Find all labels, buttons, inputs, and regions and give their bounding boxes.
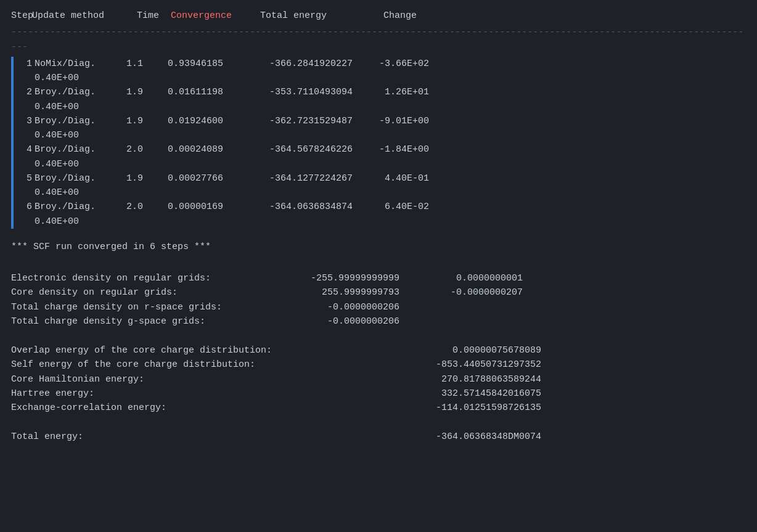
cell-step: 5 <box>17 171 35 186</box>
cell-step: 3 <box>17 114 35 128</box>
energy-section: Overlap energy of the core charge distri… <box>11 343 746 415</box>
row-bar <box>11 142 14 171</box>
table-row: 5 Broy./Diag. 0.40E+00 1.9 0.00027766 -3… <box>11 171 746 200</box>
cell-step: 1 <box>17 57 35 71</box>
header-time: Time <box>137 9 171 23</box>
energy-value: 332.57145842016075 <box>356 387 541 401</box>
cell-energy: -362.7231529487 <box>232 114 361 128</box>
cell-method: Broy./Diag. 0.40E+00 <box>35 200 115 229</box>
cell-method: Broy./Diag. 0.40E+00 <box>35 85 115 114</box>
density-value1: 255.9999999793 <box>276 285 412 300</box>
cell-time: 2.0 <box>115 200 152 214</box>
cell-method: Broy./Diag. 0.40E+00 <box>35 114 115 143</box>
cell-method: Broy./Diag. 0.40E+00 <box>35 171 115 200</box>
header-step: Step <box>11 9 32 23</box>
cell-change: -3.66E+02 <box>361 57 429 71</box>
energy-value: -114.01251598726135 <box>356 401 541 415</box>
cell-convergence: 0.01924600 <box>152 114 232 128</box>
density-value2 <box>412 300 523 314</box>
cell-change: 4.40E-01 <box>361 171 429 186</box>
total-energy-row: Total energy: -364.06368348DM0074 <box>11 430 746 444</box>
energy-value: 0.00000075678089 <box>356 343 541 358</box>
table-row: 6 Broy./Diag. 0.40E+00 2.0 0.00000169 -3… <box>11 200 746 229</box>
density-row: Total charge density on r-space grids: -… <box>11 300 746 314</box>
density-value1: -255.99999999999 <box>276 271 412 285</box>
row-bar <box>11 114 14 143</box>
cell-change: -1.84E+00 <box>361 142 429 157</box>
row-bar <box>11 171 14 200</box>
cell-convergence: 0.93946185 <box>152 57 232 71</box>
scf-table: 1 NoMix/Diag. 0.40E+00 1.1 0.93946185 -3… <box>11 57 746 229</box>
density-row: Electronic density on regular grids: -25… <box>11 271 746 285</box>
cell-convergence: 0.00000169 <box>152 200 232 214</box>
energy-value: 270.81788063589244 <box>356 372 541 387</box>
total-energy-label: Total energy: <box>11 430 356 444</box>
header-total-energy: Total energy <box>260 9 383 23</box>
energy-label: Core Hamiltonian energy: <box>11 372 356 387</box>
cell-time: 1.9 <box>115 171 152 186</box>
cell-step: 4 <box>17 142 35 157</box>
density-label: Electronic density on regular grids: <box>11 271 276 285</box>
header-change: Change <box>383 9 433 23</box>
density-label: Total charge density g-space grids: <box>11 314 276 329</box>
density-section: Electronic density on regular grids: -25… <box>11 271 746 329</box>
cell-energy: -364.0636834874 <box>232 200 361 214</box>
header-method: Update method <box>32 9 137 23</box>
energy-value: -853.44050731297352 <box>356 358 541 372</box>
table-row: 4 Broy./Diag. 0.40E+00 2.0 0.00024089 -3… <box>11 142 746 171</box>
table-row: 3 Broy./Diag. 0.40E+00 1.9 0.01924600 -3… <box>11 114 746 143</box>
cell-time: 2.0 <box>115 142 152 157</box>
energy-row: Overlap energy of the core charge distri… <box>11 343 746 358</box>
energy-label: Overlap energy of the core charge distri… <box>11 343 356 358</box>
table-row: 2 Broy./Diag. 0.40E+00 1.9 0.01611198 -3… <box>11 85 746 114</box>
cell-convergence: 0.00024089 <box>152 142 232 157</box>
cell-energy: -364.1277224267 <box>232 171 361 186</box>
density-label: Core density on regular grids: <box>11 285 276 300</box>
header-convergence: Convergence <box>171 9 260 23</box>
cell-energy: -366.2841920227 <box>232 57 361 71</box>
density-value1: -0.0000000206 <box>276 300 412 314</box>
row-bar <box>11 85 14 114</box>
cell-time: 1.9 <box>115 85 152 99</box>
energy-label: Self energy of the core charge distribut… <box>11 358 356 372</box>
density-row: Total charge density g-space grids: -0.0… <box>11 314 746 329</box>
cell-method: NoMix/Diag. 0.40E+00 <box>35 57 115 86</box>
energy-row: Core Hamiltonian energy: 270.81788063589… <box>11 372 746 387</box>
table-row: 1 NoMix/Diag. 0.40E+00 1.1 0.93946185 -3… <box>11 57 746 86</box>
cell-convergence: 0.01611198 <box>152 85 232 99</box>
density-value2 <box>412 314 523 329</box>
cell-method: Broy./Diag. 0.40E+00 <box>35 142 115 171</box>
cell-step: 2 <box>17 85 35 99</box>
energy-row: Exchange-correlation energy: -114.012515… <box>11 401 746 415</box>
cell-time: 1.9 <box>115 114 152 128</box>
energy-row: Self energy of the core charge distribut… <box>11 358 746 372</box>
energy-row: Hartree energy: 332.57145842016075 <box>11 387 746 401</box>
total-energy-value: -364.06368348DM0074 <box>356 430 541 444</box>
divider-line: ----------------------------------------… <box>11 25 746 54</box>
density-value2: 0.0000000001 <box>412 271 523 285</box>
density-value2: -0.0000000207 <box>412 285 523 300</box>
scf-converged-message: *** SCF run converged in 6 steps *** <box>11 240 746 254</box>
cell-energy: -353.7110493094 <box>232 85 361 99</box>
density-value1: -0.0000000206 <box>276 314 412 329</box>
cell-step: 6 <box>17 200 35 214</box>
density-label: Total charge density on r-space grids: <box>11 300 276 314</box>
cell-change: -9.01E+00 <box>361 114 429 128</box>
cell-time: 1.1 <box>115 57 152 71</box>
row-bar <box>11 57 14 86</box>
density-row: Core density on regular grids: 255.99999… <box>11 285 746 300</box>
energy-label: Exchange-correlation energy: <box>11 401 356 415</box>
cell-change: 1.26E+01 <box>361 85 429 99</box>
cell-change: 6.40E-02 <box>361 200 429 214</box>
table-header: Step Update method Time Convergence Tota… <box>11 6 746 24</box>
cell-energy: -364.5678246226 <box>232 142 361 157</box>
energy-label: Hartree energy: <box>11 387 356 401</box>
row-bar <box>11 200 14 229</box>
cell-convergence: 0.00027766 <box>152 171 232 186</box>
